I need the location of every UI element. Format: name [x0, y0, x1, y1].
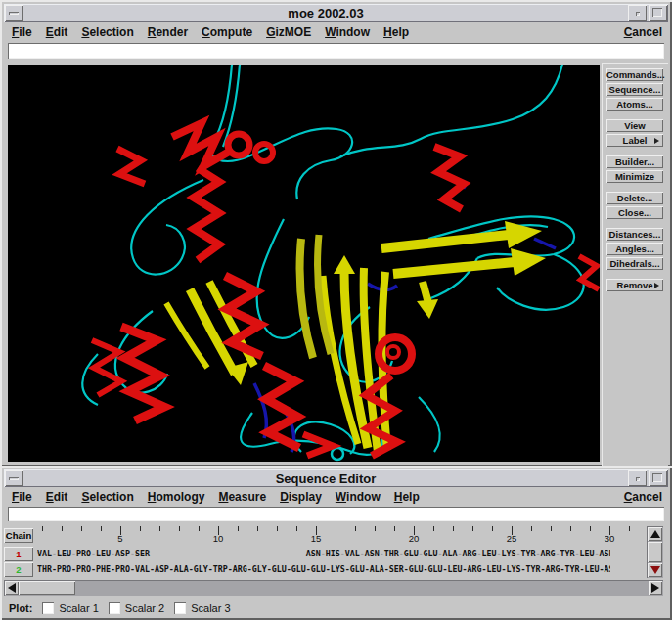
menu-window[interactable]: Window — [336, 490, 381, 504]
ruler-label: 20 — [409, 533, 420, 544]
maximize-icon — [652, 473, 662, 482]
menu-file[interactable]: File — [12, 490, 32, 504]
chain-1-sequence[interactable]: VAL-LEU-PRO-LEU-ASP-SER─────────────────… — [37, 549, 610, 558]
window-menu-icon — [9, 477, 19, 480]
moe-window-title: moe 2002.03 — [24, 6, 627, 21]
ruler-label: 15 — [311, 533, 322, 544]
delete-button[interactable]: Delete... — [606, 192, 663, 204]
chain-row-1: 1 VAL-LEU-PRO-LEU-ASP-SER───────────────… — [4, 546, 610, 561]
label-button-text: Label — [623, 135, 648, 146]
close-button[interactable]: Close... — [606, 206, 663, 219]
sequence-editor-input[interactable] — [8, 507, 664, 521]
scroll-left-button[interactable] — [5, 581, 19, 595]
residue-ruler: 5 10 15 20 25 30 — [37, 526, 644, 545]
cancel-button[interactable]: Cancel — [624, 25, 662, 39]
ruler-label: 5 — [117, 533, 122, 544]
maximize-icon — [652, 8, 662, 17]
sequence-editor-titlebar[interactable]: Sequence Editor — [4, 469, 668, 487]
scalar-2-checkbox[interactable] — [109, 602, 120, 614]
angles-button[interactable]: Angles... — [606, 243, 663, 255]
commands-button[interactable]: Commands... — [606, 68, 663, 81]
scalar-1-label: Scalar 1 — [59, 602, 98, 614]
chain-1-button[interactable]: 1 — [4, 547, 33, 561]
menu-window[interactable]: Window — [325, 25, 370, 39]
arrow-down-icon — [650, 566, 660, 574]
chain-row-2: 2 THR-PRO-PRO-PHE-PRO-VAL-ASP-ALA-GLY-TR… — [4, 561, 610, 577]
moe-titlebar[interactable]: moe 2002.03 — [4, 4, 668, 22]
scalar-1-checkbox[interactable] — [42, 602, 54, 614]
remove-button[interactable]: Remove — [606, 279, 663, 291]
arrow-right-icon — [651, 583, 659, 593]
menu-gizmoe[interactable]: GizMOE — [266, 25, 311, 39]
menu-help[interactable]: Help — [383, 25, 409, 39]
minimize-icon — [636, 12, 640, 16]
atoms-button[interactable]: Atoms... — [606, 98, 663, 111]
chain-2-sequence[interactable]: THR-PRO-PRO-PHE-PRO-VAL-ASP-ALA-GLY-TRP-… — [37, 564, 610, 574]
menu-file[interactable]: File — [12, 25, 32, 39]
screen: moe 2002.03 File Edit Selection Render C… — [0, 0, 672, 620]
protein-ribbon-diagram — [8, 65, 600, 462]
minimize-button-panel[interactable]: Minimize — [606, 170, 663, 183]
menu-render[interactable]: Render — [148, 25, 188, 39]
minimize-button[interactable] — [628, 5, 647, 21]
dihedrals-button[interactable]: Dihedrals... — [606, 257, 663, 270]
menu-selection[interactable]: Selection — [81, 25, 133, 39]
submenu-arrow-icon — [654, 283, 659, 288]
window-menu-button[interactable] — [5, 5, 23, 21]
sequence-editor-title: Sequence Editor — [24, 471, 627, 486]
chain-2-button[interactable]: 2 — [4, 562, 33, 577]
scroll-right-button[interactable] — [649, 581, 662, 595]
horizontal-scrollbar[interactable] — [4, 580, 663, 596]
window-menu-icon — [9, 12, 19, 15]
maximize-button[interactable] — [649, 470, 667, 486]
cancel-button[interactable]: Cancel — [624, 490, 662, 504]
menu-display[interactable]: Display — [280, 490, 322, 504]
moe-menubar: File Edit Selection Render Compute GizMO… — [4, 22, 668, 41]
menu-measure[interactable]: Measure — [218, 490, 266, 504]
scalar-3-checkbox[interactable] — [174, 602, 186, 614]
plot-label: Plot: — [9, 602, 32, 614]
submenu-arrow-icon — [654, 138, 659, 144]
ruler-label: 25 — [507, 533, 517, 544]
moe-window: moe 2002.03 File Edit Selection Render C… — [0, 0, 672, 466]
minimize-icon — [636, 477, 640, 481]
ruler-label: 10 — [213, 533, 224, 544]
molecule-viewport[interactable] — [8, 65, 600, 462]
sequence-button[interactable]: Sequence... — [606, 83, 663, 96]
distances-button[interactable]: Distances... — [606, 228, 663, 241]
command-input[interactable] — [8, 43, 664, 59]
sequence-editor-window: Sequence Editor File Edit Selection Homo… — [0, 466, 672, 620]
label-button[interactable]: Label — [606, 134, 663, 147]
ruler-label: 30 — [605, 533, 615, 544]
plot-row: Plot: Scalar 1 Scalar 2 Scalar 3 — [4, 598, 668, 618]
window-menu-button[interactable] — [5, 470, 23, 486]
arrow-left-icon — [8, 583, 16, 593]
vertical-scrollbar[interactable] — [647, 526, 663, 578]
menu-help[interactable]: Help — [394, 490, 420, 504]
builder-button[interactable]: Builder... — [606, 155, 663, 168]
menu-selection[interactable]: Selection — [81, 490, 133, 504]
arrow-up-icon — [650, 530, 660, 538]
scalar-3-label: Scalar 3 — [191, 602, 230, 614]
minimize-button[interactable] — [628, 470, 647, 486]
menu-compute[interactable]: Compute — [202, 25, 252, 39]
menu-homology[interactable]: Homology — [148, 490, 205, 504]
chain-header-button[interactable]: Chain — [4, 528, 33, 543]
scalar-2-label: Scalar 2 — [125, 602, 164, 614]
scroll-up-button[interactable] — [648, 527, 662, 541]
view-button[interactable]: View — [606, 119, 663, 132]
sequence-pane: Chain 5 10 15 20 25 30 1 VAL-LEU-PRO-LEU… — [4, 526, 645, 578]
maximize-button[interactable] — [649, 5, 667, 21]
remove-button-text: Remove — [617, 280, 653, 290]
side-button-panel: Commands... Sequence... Atoms... View La… — [602, 63, 668, 467]
sequence-editor-menubar: File Edit Selection Homology Measure Dis… — [4, 487, 668, 506]
menu-edit[interactable]: Edit — [46, 25, 68, 39]
vertical-scrollbar-thumb[interactable] — [648, 542, 662, 562]
scroll-down-button[interactable] — [648, 563, 662, 577]
horizontal-scrollbar-thumb[interactable] — [19, 581, 75, 595]
menu-edit[interactable]: Edit — [46, 490, 68, 504]
